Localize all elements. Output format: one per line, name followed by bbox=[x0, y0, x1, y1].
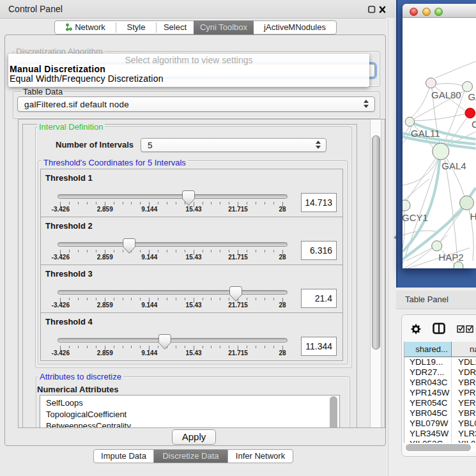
svg-text:2.859: 2.859 bbox=[97, 349, 113, 357]
svg-text:28: 28 bbox=[279, 302, 286, 309]
svg-text:21.715: 21.715 bbox=[228, 349, 248, 357]
svg-text:GCY1: GCY1 bbox=[403, 212, 428, 223]
svg-text:9.144: 9.144 bbox=[141, 254, 157, 261]
svg-text:GAL4: GAL4 bbox=[441, 160, 466, 171]
svg-text:2.859: 2.859 bbox=[97, 302, 113, 309]
svg-text:2.859: 2.859 bbox=[97, 206, 113, 213]
svg-text:GAL11: GAL11 bbox=[411, 128, 440, 139]
svg-text:15.43: 15.43 bbox=[186, 206, 202, 213]
svg-text:21.715: 21.715 bbox=[228, 254, 248, 261]
svg-text:C: C bbox=[472, 119, 476, 130]
svg-text:-3.426: -3.426 bbox=[52, 349, 70, 357]
svg-text:9.144: 9.144 bbox=[141, 302, 157, 309]
svg-text:HAP2: HAP2 bbox=[438, 252, 463, 263]
svg-text:GA: GA bbox=[468, 91, 476, 102]
svg-text:15.43: 15.43 bbox=[186, 302, 202, 309]
svg-text:9.144: 9.144 bbox=[141, 349, 157, 357]
svg-text:28: 28 bbox=[279, 206, 286, 213]
svg-text:28: 28 bbox=[279, 349, 286, 357]
svg-text:28: 28 bbox=[279, 254, 286, 261]
svg-text:21.715: 21.715 bbox=[228, 206, 248, 213]
svg-text:GAL80: GAL80 bbox=[431, 89, 461, 100]
svg-text:H: H bbox=[470, 211, 476, 222]
svg-text:21.715: 21.715 bbox=[228, 302, 248, 309]
svg-text:-3.426: -3.426 bbox=[52, 254, 70, 261]
svg-text:15.43: 15.43 bbox=[186, 349, 202, 357]
svg-text:15.43: 15.43 bbox=[186, 254, 202, 261]
svg-text:9.144: 9.144 bbox=[141, 206, 157, 213]
svg-text:2.859: 2.859 bbox=[97, 254, 113, 261]
svg-text:-3.426: -3.426 bbox=[52, 302, 70, 309]
svg-text:-3.426: -3.426 bbox=[52, 206, 70, 213]
